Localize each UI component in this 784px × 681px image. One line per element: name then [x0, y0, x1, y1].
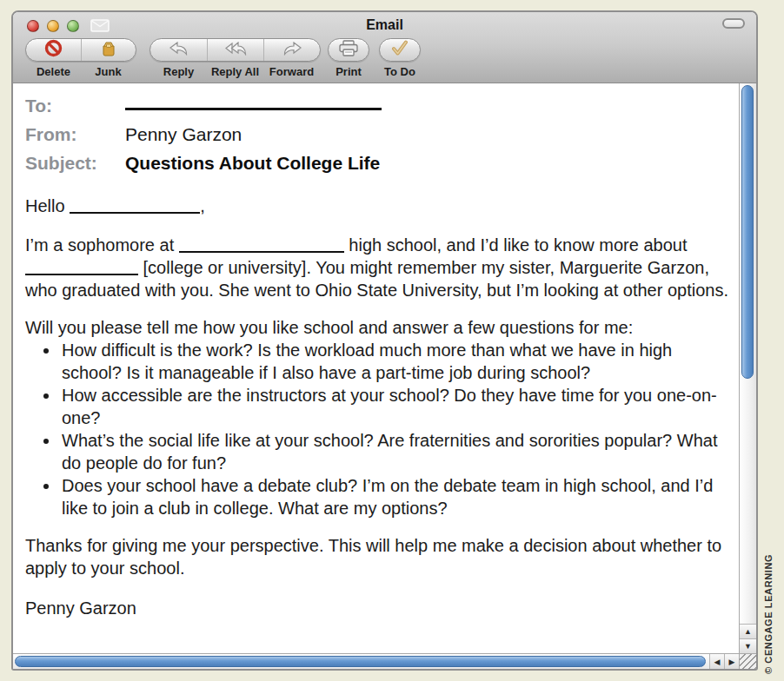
delete-button[interactable]: [26, 39, 81, 61]
junk-button-label: Junk: [81, 65, 136, 78]
scroll-down-button[interactable]: ▼: [740, 638, 756, 653]
toolbar-group-delete-junk: Delete Junk: [25, 38, 136, 78]
question-item: How difficult is the work? Is the worklo…: [60, 339, 732, 384]
right-arrow-icon: ▶: [729, 658, 735, 666]
checkmark-icon: [390, 40, 409, 60]
paragraph-intro: I’m a sophomore at high school, and I’d …: [25, 234, 732, 301]
up-arrow-icon: ▲: [744, 627, 752, 636]
vertical-scrollbar-thumb[interactable]: [741, 85, 754, 379]
signature-line: Penny Garzon: [25, 597, 732, 619]
no-entry-icon: [44, 39, 63, 61]
forward-button[interactable]: [263, 39, 320, 61]
titlebar: Email: [13, 12, 756, 38]
scroll-up-button[interactable]: ▲: [740, 624, 756, 638]
question-item: Does your school have a debate club? I’m…: [60, 474, 732, 519]
todo-button[interactable]: [380, 39, 420, 61]
p1-seg1: I’m a sophomore at: [25, 235, 174, 255]
print-button-label: Print: [329, 65, 369, 78]
junk-button[interactable]: [81, 39, 136, 61]
message-pane: To: From: Penny Garzon Subject: Question…: [13, 83, 739, 653]
toolbar-group-todo: To Do: [379, 38, 421, 78]
reply-all-button-label: Reply All: [207, 65, 263, 78]
print-button[interactable]: [329, 39, 369, 61]
questions-intro-line: Will you please tell me how you like sch…: [25, 316, 732, 339]
greeting-comma: ,: [200, 196, 205, 215]
subject-label: Subject:: [25, 153, 125, 174]
horizontal-scrollbar[interactable]: ◀ ▶: [13, 653, 739, 669]
copyright-credit: © CENGAGE LEARNING: [763, 535, 774, 674]
p1-seg2: high school, and I’d like to know more a…: [349, 235, 687, 255]
forward-arrow-icon: [282, 42, 302, 59]
p1-seg3: [college or university]. You might remem…: [25, 258, 728, 300]
junk-bag-icon: [100, 40, 117, 60]
to-value: [125, 96, 732, 116]
window-body: To: From: Penny Garzon Subject: Question…: [13, 83, 756, 669]
closing-paragraph: Thanks for giving me your perspective. T…: [25, 534, 732, 579]
reply-button[interactable]: [150, 39, 207, 61]
vertical-scrollbar[interactable]: ▲ ▼: [739, 83, 756, 653]
scroll-right-button[interactable]: ▶: [724, 654, 739, 669]
greeting-blank-field[interactable]: [70, 212, 200, 214]
email-window: Email: [11, 10, 758, 671]
from-label: From:: [25, 124, 125, 145]
from-value: Penny Garzon: [125, 124, 732, 145]
question-item: What’s the social life like at your scho…: [60, 429, 732, 474]
window-title: Email: [13, 17, 756, 33]
scroll-left-button[interactable]: ◀: [709, 654, 724, 669]
to-label: To:: [25, 96, 125, 116]
email-body-text: Hello , I’m a sophomore at high school, …: [25, 195, 732, 619]
subject-row: Subject: Questions About College Life: [25, 153, 732, 174]
college-blank-field[interactable]: [25, 274, 138, 275]
delete-button-label: Delete: [26, 65, 81, 78]
to-blank-field[interactable]: [125, 108, 382, 110]
subject-value: Questions About College Life: [125, 153, 732, 174]
toolbar-group-reply: Reply Reply All Forward: [149, 38, 321, 78]
reply-all-arrows-icon: [224, 42, 247, 59]
left-arrow-icon: ◀: [714, 658, 721, 666]
reply-arrow-icon: [169, 42, 189, 59]
forward-button-label: Forward: [263, 65, 320, 78]
resize-grip[interactable]: [739, 653, 756, 669]
window-chrome: Email: [13, 12, 756, 83]
reply-button-label: Reply: [150, 65, 207, 78]
horizontal-scrollbar-thumb[interactable]: [15, 656, 706, 667]
reply-all-button[interactable]: [207, 39, 263, 61]
toolbar-group-print: Print: [328, 38, 369, 78]
question-list: How difficult is the work? Is the worklo…: [25, 339, 732, 519]
todo-button-label: To Do: [380, 65, 420, 78]
question-item: How accessible are the instructors at yo…: [60, 384, 732, 429]
greeting-text: Hello: [25, 196, 65, 215]
collapse-pill-button[interactable]: [722, 18, 745, 29]
down-arrow-icon: ▼: [744, 642, 752, 651]
printer-icon: [338, 40, 359, 60]
horizontal-scrollbar-track[interactable]: [13, 654, 709, 669]
to-row: To:: [25, 96, 732, 116]
school-blank-field[interactable]: [179, 251, 344, 253]
vertical-scrollbar-buttons: ▲ ▼: [740, 624, 756, 653]
toolbar: Delete Junk: [13, 38, 756, 83]
greeting-line: Hello ,: [25, 195, 732, 217]
from-row: From: Penny Garzon: [25, 124, 732, 145]
